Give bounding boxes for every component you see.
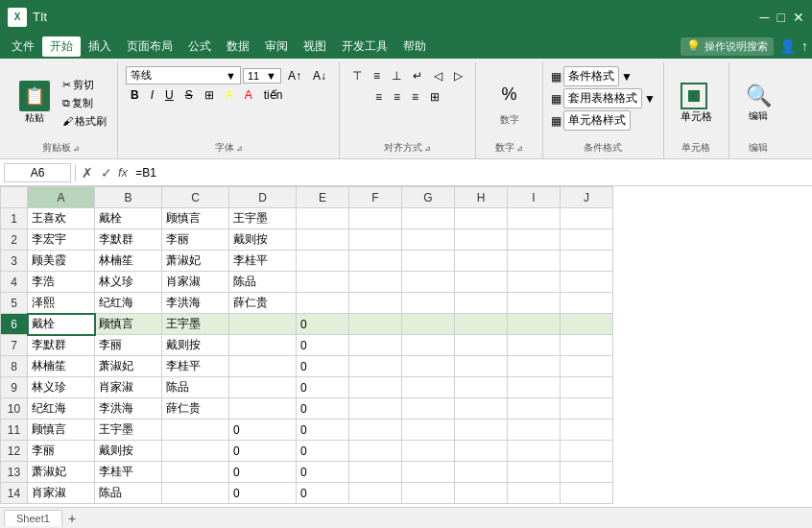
cell-14-C[interactable] xyxy=(162,483,229,504)
cell-8-F[interactable] xyxy=(349,356,402,377)
row-header-5[interactable]: 5 xyxy=(1,293,28,314)
cell-5-G[interactable] xyxy=(402,293,455,314)
cell-4-C[interactable]: 肖家淑 xyxy=(162,272,229,293)
cell-6-B[interactable]: 顾慎言 xyxy=(95,314,162,335)
cell-7-B[interactable]: 李丽 xyxy=(95,335,162,356)
cell-10-A[interactable]: 纪红海 xyxy=(28,398,95,420)
cell-7-D[interactable] xyxy=(229,335,297,356)
cell-9-C[interactable]: 陈品 xyxy=(162,377,229,398)
cell-12-B[interactable]: 戴则按 xyxy=(95,441,162,462)
cell-6-D[interactable] xyxy=(229,314,297,335)
percent-button[interactable]: % xyxy=(493,80,526,109)
cell-1-F[interactable] xyxy=(349,208,402,229)
cell-4-G[interactable] xyxy=(402,272,455,293)
cell-10-I[interactable] xyxy=(508,398,561,420)
cell-2-C[interactable]: 李丽 xyxy=(162,229,229,251)
cell-1-C[interactable]: 顾慎言 xyxy=(162,208,229,229)
cell-13-J[interactable] xyxy=(561,462,613,483)
col-header-G[interactable]: G xyxy=(402,187,455,208)
cell-7-A[interactable]: 李默群 xyxy=(28,335,95,356)
align-center-button[interactable]: ≡ xyxy=(389,87,405,107)
cell-7-C[interactable]: 戴则按 xyxy=(162,335,229,356)
underline-button[interactable]: U xyxy=(160,86,179,104)
cell-13-B[interactable]: 李桂平 xyxy=(95,462,162,483)
number-expand-icon[interactable]: ⊿ xyxy=(516,144,523,153)
sheet-tab[interactable]: Sheet1 xyxy=(4,510,62,526)
cut-button[interactable]: ✂ 剪切 xyxy=(60,77,109,93)
cell-6-A[interactable]: 戴栓 xyxy=(28,314,95,335)
cell-1-G[interactable] xyxy=(402,208,455,229)
row-header-13[interactable]: 13 xyxy=(1,462,28,483)
cell-9-J[interactable] xyxy=(561,377,613,398)
minimize-icon[interactable]: ─ xyxy=(760,10,770,25)
font-color-button[interactable]: A xyxy=(240,86,257,104)
cell-1-E[interactable] xyxy=(297,208,349,229)
col-header-E[interactable]: E xyxy=(297,187,349,208)
indent-increase-button[interactable]: ▷ xyxy=(449,66,467,85)
cell-11-D[interactable]: 0 xyxy=(229,420,297,441)
menu-item-页面布局[interactable]: 页面布局 xyxy=(119,36,180,57)
cell-1-J[interactable] xyxy=(561,208,613,229)
align-right-button[interactable]: ≡ xyxy=(407,87,423,107)
cell-4-B[interactable]: 林义珍 xyxy=(95,272,162,293)
cell-4-H[interactable] xyxy=(455,272,508,293)
cell-12-E[interactable]: 0 xyxy=(297,441,349,462)
col-header-J[interactable]: J xyxy=(561,187,613,208)
menu-item-审阅[interactable]: 审阅 xyxy=(257,36,296,57)
cell-13-D[interactable]: 0 xyxy=(229,462,297,483)
cell-11-A[interactable]: 顾慎言 xyxy=(28,420,95,441)
wrap-text-button[interactable]: ↵ xyxy=(408,66,427,85)
add-sheet-button[interactable]: + xyxy=(64,511,80,526)
cell-13-H[interactable] xyxy=(455,462,508,483)
cell-6-H[interactable] xyxy=(455,314,508,335)
cell-4-D[interactable]: 陈品 xyxy=(229,272,297,293)
row-header-7[interactable]: 7 xyxy=(1,335,28,356)
cell-9-A[interactable]: 林义珍 xyxy=(28,377,95,398)
cell-4-J[interactable] xyxy=(561,272,613,293)
alignment-expand-icon[interactable]: ⊿ xyxy=(424,144,431,153)
menu-item-公式[interactable]: 公式 xyxy=(180,36,219,57)
cell-1-A[interactable]: 王喜欢 xyxy=(28,208,95,229)
cell-button[interactable]: 单元格 xyxy=(672,78,721,129)
cell-8-C[interactable]: 李桂平 xyxy=(162,356,229,377)
strikethrough-button[interactable]: S xyxy=(180,86,198,104)
cell-9-H[interactable] xyxy=(455,377,508,398)
align-top-button[interactable]: ⊤ xyxy=(347,66,367,85)
format-painter-button[interactable]: 🖌 格式刷 xyxy=(60,113,109,130)
col-header-C[interactable]: C xyxy=(162,187,229,208)
indent-decrease-button[interactable]: ◁ xyxy=(429,66,447,85)
col-header-D[interactable]: D xyxy=(229,187,297,208)
search-box[interactable]: 💡 操作说明搜索 xyxy=(681,37,774,56)
cell-3-I[interactable] xyxy=(508,251,561,272)
cell-10-F[interactable] xyxy=(349,398,402,420)
cell-9-E[interactable]: 0 xyxy=(297,377,349,398)
cell-3-F[interactable] xyxy=(349,251,402,272)
row-header-14[interactable]: 14 xyxy=(1,483,28,504)
cell-4-A[interactable]: 李浩 xyxy=(28,272,95,293)
font-name-selector[interactable]: 等线 ▼ xyxy=(126,66,241,84)
cell-12-D[interactable]: 0 xyxy=(229,441,297,462)
cell-3-B[interactable]: 林楠笙 xyxy=(95,251,162,272)
cell-style-button[interactable]: 单元格样式 xyxy=(563,110,631,131)
cell-10-C[interactable]: 薛仁贵 xyxy=(162,398,229,420)
cell-5-A[interactable]: 泽熙 xyxy=(28,293,95,314)
cell-9-F[interactable] xyxy=(349,377,402,398)
cell-8-I[interactable] xyxy=(508,356,561,377)
cell-8-E[interactable]: 0 xyxy=(297,356,349,377)
cell-5-B[interactable]: 纪红海 xyxy=(95,293,162,314)
cell-14-E[interactable]: 0 xyxy=(297,483,349,504)
cell-2-G[interactable] xyxy=(402,229,455,251)
cell-5-J[interactable] xyxy=(561,293,613,314)
cell-6-J[interactable] xyxy=(561,314,613,335)
cell-2-D[interactable]: 戴则按 xyxy=(229,229,297,251)
cell-14-H[interactable] xyxy=(455,483,508,504)
cell-2-A[interactable]: 李宏宇 xyxy=(28,229,95,251)
cell-10-D[interactable] xyxy=(229,398,297,420)
row-header-3[interactable]: 3 xyxy=(1,251,28,272)
bold-button[interactable]: B xyxy=(126,86,144,104)
conditional-dropdown-icon[interactable]: ▼ xyxy=(621,70,633,84)
cell-2-I[interactable] xyxy=(508,229,561,251)
cell-14-D[interactable]: 0 xyxy=(229,483,297,504)
cell-9-D[interactable] xyxy=(229,377,297,398)
formula-input[interactable] xyxy=(131,164,808,181)
